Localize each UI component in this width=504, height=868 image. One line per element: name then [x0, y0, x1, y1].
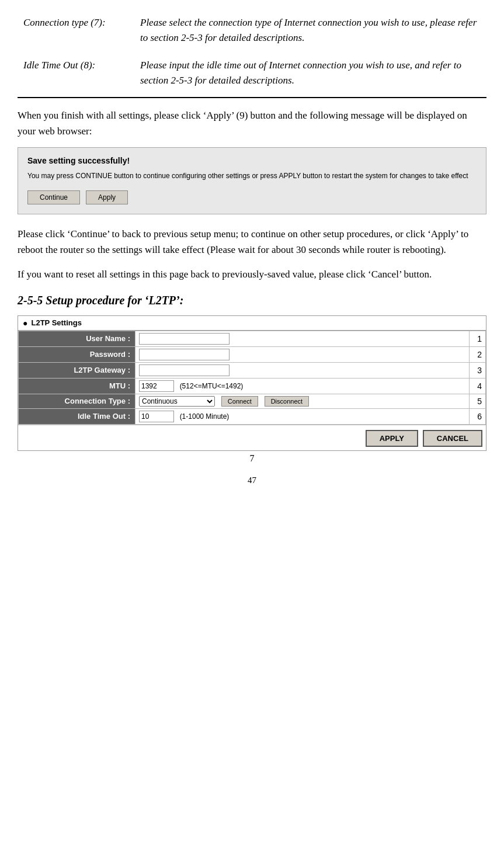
- username-input[interactable]: [139, 333, 230, 345]
- idle-time-out-label: Idle Time Out (8):: [18, 54, 134, 91]
- username-label: User Name :: [19, 331, 135, 346]
- l2tp-table: User Name : 1 Password : 2 L2TP Gateway …: [18, 331, 486, 425]
- row-number-6: 6: [470, 408, 486, 424]
- row-number-2: 2: [470, 346, 486, 362]
- password-input[interactable]: [139, 349, 230, 360]
- cancel-button[interactable]: CANCEL: [423, 430, 482, 447]
- connection-type-select[interactable]: Continuous Connect on Demand Manual: [139, 396, 215, 407]
- password-label: Password :: [19, 346, 135, 362]
- l2tp-gateway-label: L2TP Gateway :: [19, 362, 135, 378]
- table-row: L2TP Gateway : 3: [19, 362, 486, 378]
- row-number-3: 3: [470, 362, 486, 378]
- l2tp-settings-title: L2TP Settings: [31, 318, 81, 327]
- disconnect-button[interactable]: Disconnect: [265, 396, 309, 407]
- table-row: Password : 2: [19, 346, 486, 362]
- body-text-2: Please click ‘Continue’ to back to previ…: [18, 226, 486, 258]
- row-number-4: 4: [470, 378, 486, 394]
- apply-button[interactable]: APPLY: [366, 430, 418, 447]
- idle-time-out-desc: Please input the idle time out of Intern…: [134, 54, 486, 91]
- save-setting-box: Save setting successfully! You may press…: [18, 147, 486, 214]
- body-text-1: When you finish with all settings, pleas…: [18, 107, 486, 139]
- section-heading: 2-5-5 Setup procedure for ‘L2TP’:: [18, 294, 486, 307]
- row-number-5: 5: [470, 394, 486, 408]
- connection-type-field-label: Connection Type :: [19, 394, 135, 408]
- l2tp-settings-header: ● L2TP Settings: [18, 316, 486, 331]
- mtu-label: MTU :: [19, 378, 135, 394]
- idle-time-out-table: Idle Time Out (8): Please input the idle…: [18, 54, 486, 91]
- continue-button[interactable]: Continue: [27, 190, 80, 204]
- l2tp-settings-container: ● L2TP Settings User Name : 1 Password :…: [18, 315, 486, 451]
- connection-type-table: Connection type (7): Please select the c…: [18, 12, 486, 48]
- username-cell: [135, 331, 470, 346]
- apply-small-button[interactable]: Apply: [86, 190, 128, 204]
- body-text-3: If you want to reset all settings in thi…: [18, 266, 486, 282]
- page-number: 47: [18, 475, 486, 485]
- connection-type-desc: Please select the connection type of Int…: [134, 12, 486, 48]
- save-message: You may press CONTINUE button to continu…: [27, 171, 477, 181]
- save-title: Save setting successfully!: [27, 156, 477, 165]
- connect-button[interactable]: Connect: [221, 396, 258, 407]
- mtu-input[interactable]: [139, 380, 174, 392]
- idle-time-out-cell: (1-1000 Minute): [135, 408, 470, 424]
- bullet-icon: ●: [23, 318, 27, 328]
- l2tp-gateway-input[interactable]: [139, 364, 230, 376]
- apply-cancel-row: APPLY CANCEL: [18, 425, 486, 450]
- mtu-cell: (512<=MTU<=1492): [135, 378, 470, 394]
- row-number-1: 1: [470, 331, 486, 346]
- table-row: User Name : 1: [19, 331, 486, 346]
- mtu-hint: (512<=MTU<=1492): [180, 382, 244, 390]
- idle-time-out-input[interactable]: [139, 411, 174, 422]
- table-row: Idle Time Out : (1-1000 Minute) 6: [19, 408, 486, 424]
- idle-hint: (1-1000 Minute): [180, 412, 230, 421]
- password-cell: [135, 346, 470, 362]
- l2tp-gateway-cell: [135, 362, 470, 378]
- connection-type-label: Connection type (7):: [18, 12, 134, 48]
- connection-type-cell: Continuous Connect on Demand Manual Conn…: [135, 394, 470, 408]
- bottom-number: 7: [18, 453, 486, 464]
- table-row: MTU : (512<=MTU<=1492) 4: [19, 378, 486, 394]
- idle-time-out-field-label: Idle Time Out :: [19, 408, 135, 424]
- divider: [18, 97, 486, 98]
- table-row: Connection Type : Continuous Connect on …: [19, 394, 486, 408]
